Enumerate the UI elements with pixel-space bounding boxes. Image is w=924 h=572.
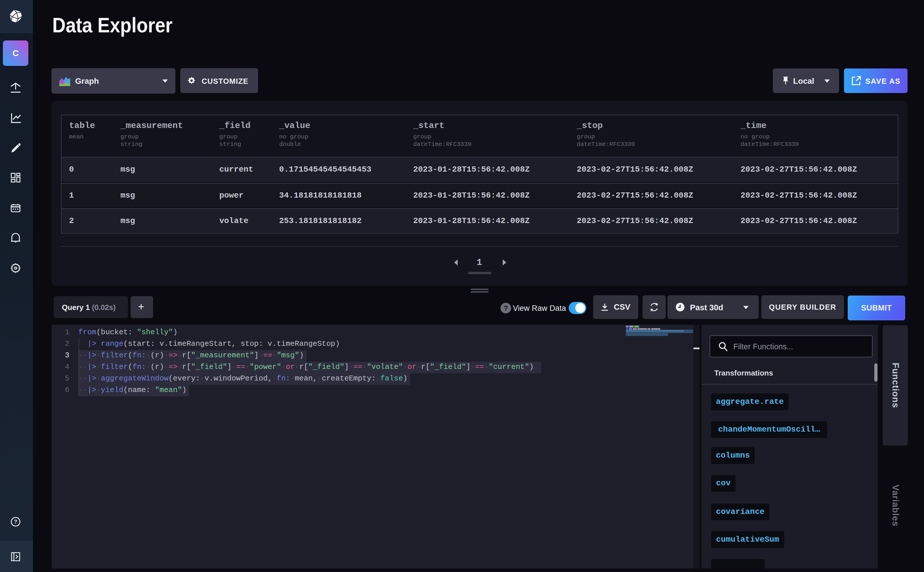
svg-text:?: ? [14,519,17,525]
